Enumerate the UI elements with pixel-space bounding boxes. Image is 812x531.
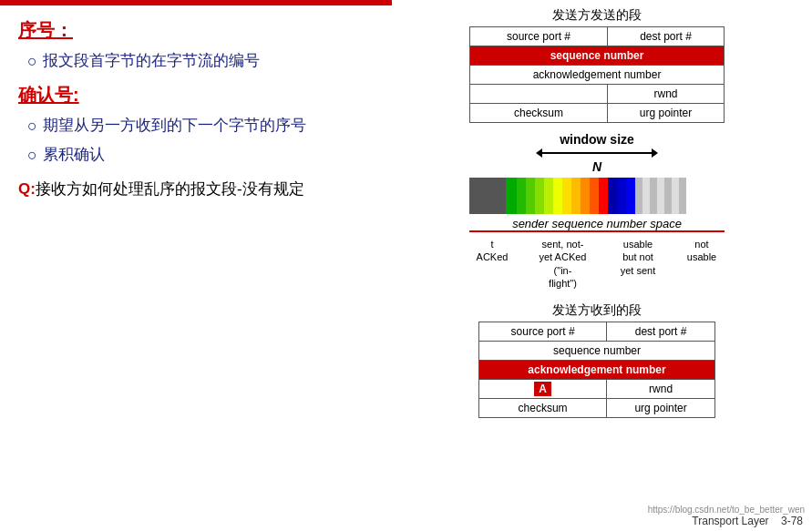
table-row: A rwnd — [479, 380, 715, 399]
bar-red — [599, 178, 608, 214]
color-bar — [469, 178, 725, 214]
q-section: Q:接收方如何处理乱序的报文段-没有规定 — [18, 178, 365, 201]
bar-green1 — [506, 178, 517, 214]
a-badge: A — [534, 382, 551, 396]
a-cell: A — [479, 380, 607, 399]
seq-bullet-1: ○ 报文段首字节的在字节流的编号 — [27, 50, 365, 72]
source-port-b: source port # — [479, 322, 607, 342]
table-row: acknowledgement number — [470, 66, 725, 85]
q-text: Q:接收方如何处理乱序的报文段-没有规定 — [18, 180, 304, 198]
q-label: Q: — [18, 180, 36, 198]
urg-pointer-b: urg pointer — [607, 399, 715, 418]
bar-green2 — [517, 178, 526, 214]
bar-yellow-green — [535, 178, 544, 214]
sequence-number: sequence number — [470, 46, 725, 66]
rwnd: rwnd — [608, 85, 725, 104]
bar-gray2 — [642, 178, 650, 214]
right-panel: 发送方发送的段 source port # dest port # sequen… — [392, 7, 802, 418]
bar-blue2 — [617, 178, 626, 214]
page-number: 3-78 — [781, 515, 803, 527]
seq-number-b: sequence number — [479, 342, 715, 361]
table-row: checksum urg pointer — [479, 399, 715, 418]
cat-inflight: sent, not- yet ACKed ("in- flight") — [529, 238, 597, 290]
sender-space-label: sender sequence number space — [392, 217, 802, 230]
cat-not-usable: not usable — [679, 238, 725, 290]
table-row: source port # dest port # — [479, 322, 715, 342]
bar-yellow2 — [553, 178, 562, 214]
rwnd-b: rwnd — [607, 380, 715, 399]
bar-gray3 — [650, 178, 657, 214]
urg-pointer: urg pointer — [608, 104, 725, 123]
source-port: source port # — [470, 27, 608, 46]
top-red-bar — [0, 0, 392, 5]
categories: t ACKed sent, not- yet ACKed ("in- fligh… — [469, 238, 725, 290]
bar-blue1 — [608, 178, 617, 214]
bullet-circle-2: ○ — [27, 117, 37, 136]
top-segment-label: 发送方发送的段 — [392, 7, 802, 24]
q-body: 接收方如何处理乱序的报文段-没有规定 — [36, 180, 304, 198]
bullet-circle-1: ○ — [27, 52, 37, 71]
transport-layer-label: Transport Layer — [692, 515, 768, 527]
ack-number: acknowledgement number — [470, 66, 725, 85]
bar-orange1 — [562, 178, 571, 214]
bar-gray4 — [657, 178, 664, 214]
horiz-arrow — [536, 148, 658, 158]
seq-title: 序号： — [18, 18, 365, 43]
window-size-label: window size — [392, 132, 802, 147]
bar-green3 — [526, 178, 535, 214]
table-row: sequence number — [479, 342, 715, 361]
empty-cell — [470, 85, 608, 104]
top-tcp-table: source port # dest port # sequence numbe… — [469, 26, 725, 123]
footer: Transport Layer 3-78 — [692, 515, 803, 527]
bar-gray6 — [672, 178, 679, 214]
bottom-segment-label: 发送方收到的段 — [392, 302, 802, 319]
window-section: window size N — [392, 132, 802, 230]
watermark: https://blog.csdn.net/to_be_better_wen — [648, 505, 805, 515]
cat-usable: usable but not yet sent — [611, 238, 665, 290]
arrow-shaft — [542, 152, 652, 154]
table-row: rwnd — [470, 85, 725, 104]
divider-line — [469, 230, 725, 232]
ack-number-b: acknowledgement number — [479, 361, 715, 380]
confirm-bullet-2: ○ 累积确认 — [27, 144, 365, 166]
bottom-segment: 发送方收到的段 source port # dest port # sequen… — [392, 302, 802, 418]
confirm-title: 确认号: — [18, 83, 365, 107]
bar-red-orange — [590, 178, 599, 214]
arrow-head-left — [536, 148, 542, 158]
left-panel: 序号： ○ 报文段首字节的在字节流的编号 确认号: ○ 期望从另一方收到的下一个… — [18, 18, 365, 201]
bar-gray1 — [635, 178, 642, 214]
dest-port-b: dest port # — [607, 322, 715, 342]
n-label: N — [392, 159, 802, 174]
seq-bullet-1-text: 报文段首字节的在字节流的编号 — [43, 50, 260, 72]
bar-orange3 — [581, 178, 590, 214]
window-arrow — [392, 148, 802, 158]
table-row: checksum urg pointer — [470, 104, 725, 123]
bar-gray5 — [664, 178, 672, 214]
bar-yellow1 — [544, 178, 553, 214]
checksum-b: checksum — [479, 399, 607, 418]
bottom-tcp-table: source port # dest port # sequence numbe… — [478, 322, 715, 418]
bar-gray7 — [679, 178, 686, 214]
dest-port: dest port # — [608, 27, 725, 46]
checksum: checksum — [470, 104, 608, 123]
table-row: source port # dest port # — [470, 27, 725, 46]
table-row: acknowledgement number — [479, 361, 715, 380]
bar-blue3 — [626, 178, 635, 214]
confirm-bullet-1-text: 期望从另一方收到的下一个字节的序号 — [43, 115, 306, 137]
confirm-bullet-1: ○ 期望从另一方收到的下一个字节的序号 — [27, 115, 365, 137]
confirm-bullet-2-text: 累积确认 — [43, 144, 105, 166]
bar-orange2 — [571, 178, 581, 214]
cat-acked: t ACKed — [469, 238, 515, 290]
arrow-head-right — [652, 148, 658, 158]
bar-acked — [469, 178, 506, 214]
table-row: sequence number — [470, 46, 725, 66]
bullet-circle-3: ○ — [27, 146, 37, 165]
